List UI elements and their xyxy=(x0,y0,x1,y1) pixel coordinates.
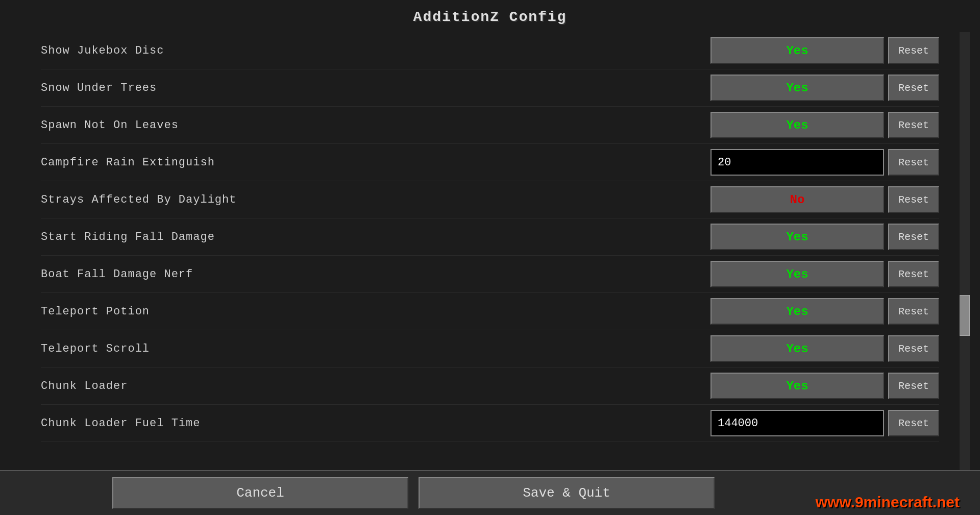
reset-button[interactable]: Reset xyxy=(888,149,939,176)
reset-button[interactable]: Reset xyxy=(888,335,939,362)
config-label: Chunk Loader xyxy=(41,380,710,393)
value-toggle-button[interactable]: Yes xyxy=(710,37,884,64)
value-toggle-button[interactable]: Yes xyxy=(710,261,884,287)
bottom-bar: Cancel Save & Quit www.9minecraft.net xyxy=(0,470,980,515)
reset-button[interactable]: Reset xyxy=(888,373,939,399)
config-label: Chunk Loader Fuel Time xyxy=(41,417,710,430)
config-row: Teleport PotionYesReset xyxy=(41,293,939,330)
save-quit-button[interactable]: Save & Quit xyxy=(419,477,715,509)
config-label: Spawn Not On Leaves xyxy=(41,119,710,132)
reset-button[interactable]: Reset xyxy=(888,261,939,287)
reset-button[interactable]: Reset xyxy=(888,186,939,213)
number-input[interactable] xyxy=(718,417,883,430)
value-toggle-button[interactable]: Yes xyxy=(710,335,884,362)
reset-button[interactable]: Reset xyxy=(888,75,939,101)
config-label: Campfire Rain Extinguish xyxy=(41,156,710,169)
value-toggle-button[interactable]: Yes xyxy=(710,373,884,399)
config-controls: Reset xyxy=(710,410,939,436)
config-controls: YesReset xyxy=(710,37,939,64)
reset-button[interactable]: Reset xyxy=(888,410,939,436)
config-area: Show Jukebox DiscYesResetSnow Under Tree… xyxy=(0,32,980,470)
config-label: Teleport Potion xyxy=(41,305,710,318)
scrollbar-track xyxy=(960,32,970,470)
value-toggle-button[interactable]: Yes xyxy=(710,112,884,138)
value-toggle-button[interactable]: Yes xyxy=(710,298,884,325)
reset-button[interactable]: Reset xyxy=(888,224,939,250)
config-label: Show Jukebox Disc xyxy=(41,44,710,57)
config-row: Teleport ScrollYesReset xyxy=(41,330,939,367)
cancel-button[interactable]: Cancel xyxy=(112,477,408,509)
config-row: Spawn Not On LeavesYesReset xyxy=(41,107,939,144)
reset-button[interactable]: Reset xyxy=(888,298,939,325)
config-row: Start Riding Fall DamageYesReset xyxy=(41,218,939,256)
config-row: Chunk Loader Fuel TimeReset xyxy=(41,405,939,442)
config-controls: YesReset xyxy=(710,224,939,250)
watermark-text: www.9minecraft.net xyxy=(816,494,960,510)
config-row: Strays Affected By DaylightNoReset xyxy=(41,181,939,218)
config-controls: YesReset xyxy=(710,112,939,138)
config-controls: YesReset xyxy=(710,335,939,362)
config-row: Campfire Rain ExtinguishReset xyxy=(41,144,939,181)
config-label: Snow Under Trees xyxy=(41,82,710,94)
config-controls: NoReset xyxy=(710,186,939,213)
config-row: Snow Under TreesYesReset xyxy=(41,69,939,107)
number-input[interactable] xyxy=(718,156,883,169)
reset-button[interactable]: Reset xyxy=(888,37,939,64)
config-controls: Reset xyxy=(710,149,939,176)
config-label: Start Riding Fall Damage xyxy=(41,231,710,243)
value-toggle-button[interactable]: Yes xyxy=(710,75,884,101)
config-row: Boat Fall Damage NerfYesReset xyxy=(41,256,939,293)
value-toggle-button[interactable]: No xyxy=(710,186,884,213)
config-screen: AdditionZ Config Show Jukebox DiscYesRes… xyxy=(0,0,980,515)
page-title: AdditionZ Config xyxy=(0,0,980,32)
config-label: Teleport Scroll xyxy=(41,342,710,355)
value-input-field[interactable] xyxy=(710,149,884,176)
config-controls: YesReset xyxy=(710,75,939,101)
value-input-field[interactable] xyxy=(710,410,884,436)
value-toggle-button[interactable]: Yes xyxy=(710,224,884,250)
config-row: Chunk LoaderYesReset xyxy=(41,367,939,405)
scrollbar-thumb[interactable] xyxy=(960,295,970,336)
config-row: Show Jukebox DiscYesReset xyxy=(41,32,939,69)
config-label: Boat Fall Damage Nerf xyxy=(41,268,710,281)
config-label: Strays Affected By Daylight xyxy=(41,193,710,206)
reset-button[interactable]: Reset xyxy=(888,112,939,138)
config-controls: YesReset xyxy=(710,298,939,325)
config-controls: YesReset xyxy=(710,261,939,287)
watermark: www.9minecraft.net xyxy=(816,494,960,511)
config-controls: YesReset xyxy=(710,373,939,399)
scrollbar[interactable] xyxy=(960,32,970,470)
config-list: Show Jukebox DiscYesResetSnow Under Tree… xyxy=(41,32,939,442)
